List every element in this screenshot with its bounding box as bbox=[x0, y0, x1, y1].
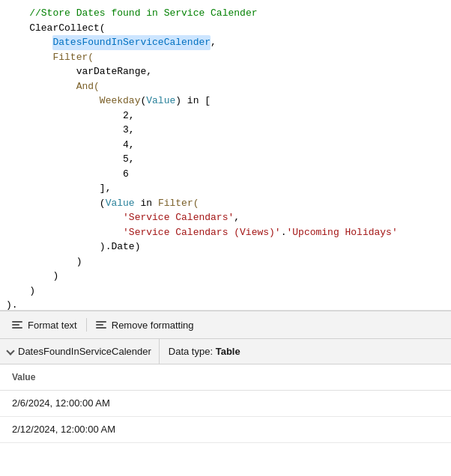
code-line: (Value in Filter( bbox=[0, 196, 451, 211]
code-line: And( bbox=[0, 79, 451, 94]
code-line: ) bbox=[0, 284, 451, 299]
data-table: Value 2/6/2024, 12:00:00 AM2/12/2024, 12… bbox=[0, 364, 451, 443]
code-line: 2, bbox=[0, 109, 451, 123]
code-line: ).Date) bbox=[0, 239, 451, 254]
remove-formatting-button[interactable]: Remove formatting bbox=[90, 317, 200, 333]
code-line: ], bbox=[0, 181, 451, 196]
code-line: 3, bbox=[0, 123, 451, 138]
code-line: 'Service Calendars', bbox=[0, 210, 451, 225]
table-row: 2/12/2024, 12:00:00 AM bbox=[0, 417, 451, 443]
code-line: ). bbox=[0, 298, 451, 311]
chevron-icon bbox=[6, 347, 14, 355]
code-line: ) bbox=[0, 254, 451, 269]
toolbar-separator bbox=[86, 318, 87, 332]
code-line: 4, bbox=[0, 138, 451, 153]
code-line: ClearCollect( bbox=[0, 21, 451, 36]
code-line: ) bbox=[0, 269, 451, 284]
result-name: DatesFoundInServiceCalender bbox=[18, 346, 151, 357]
data-type-label: Data type: bbox=[169, 346, 213, 357]
code-line: varDateRange, bbox=[0, 64, 451, 79]
code-line: Filter( bbox=[0, 50, 451, 65]
result-datatype-section: Data type: Table bbox=[160, 346, 249, 357]
code-line: 6 bbox=[0, 167, 451, 182]
format-text-label: Format text bbox=[28, 320, 77, 331]
code-editor: //Store Dates found in Service Calender … bbox=[0, 0, 451, 311]
format-text-button[interactable]: Format text bbox=[6, 317, 83, 333]
table-row: 2/6/2024, 12:00:00 AM bbox=[0, 391, 451, 417]
format-text-icon bbox=[12, 321, 24, 329]
remove-formatting-label: Remove formatting bbox=[112, 320, 194, 331]
row-value: 2/12/2024, 12:00:00 AM bbox=[12, 424, 115, 435]
code-line: 'Service Calendars (Views)'.'Upcoming Ho… bbox=[0, 225, 451, 240]
toolbar: Format text Remove formatting bbox=[0, 311, 451, 339]
column-header: Value bbox=[12, 372, 35, 382]
code-line: 5, bbox=[0, 152, 451, 167]
result-header: DatesFoundInServiceCalender Data type: T… bbox=[0, 339, 451, 364]
data-type-value: Table bbox=[216, 346, 240, 357]
code-line: //Store Dates found in Service Calender bbox=[0, 6, 451, 21]
row-value: 2/6/2024, 12:00:00 AM bbox=[12, 397, 110, 409]
code-line: DatesFoundInServiceCalender, bbox=[0, 35, 451, 50]
code-line: Weekday(Value) in [ bbox=[0, 94, 451, 109]
result-name-section: DatesFoundInServiceCalender bbox=[0, 339, 160, 364]
remove-formatting-icon bbox=[96, 321, 108, 329]
data-table-header: Value bbox=[0, 364, 451, 391]
